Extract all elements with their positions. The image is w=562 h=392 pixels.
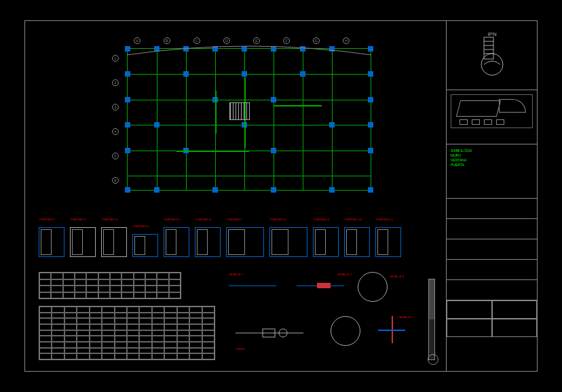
legend-block: SIMBOLOGIA MURO VENTANA PUERTA <box>447 144 537 199</box>
grid-bubble: 1 <box>112 55 119 62</box>
roof-arc <box>127 43 371 56</box>
door-elevation: PUERTA P-2 <box>70 227 96 257</box>
floor-plan[interactable]: A B C D E F G H 1 2 3 4 5 6 <box>107 35 378 197</box>
title-block-grid <box>447 300 537 337</box>
grid-bubble: 4 <box>112 128 119 135</box>
door-elevation: PUERTA P-9 <box>313 227 339 257</box>
ipn-logo-icon: IPN <box>472 32 512 79</box>
door-elevation: PUERTA P-11 <box>375 227 401 257</box>
door-elevation: PUERTA P-6 <box>195 227 221 257</box>
drawing-area[interactable]: A B C D E F G H 1 2 3 4 5 6 <box>25 21 446 371</box>
title-field <box>447 260 537 280</box>
scale-bar <box>428 279 435 360</box>
detail-bubble <box>331 316 360 346</box>
title-field <box>447 280 537 300</box>
door-elevation: PUERTA P-1 <box>39 227 64 257</box>
door-elevation: PUERTA P-4 <box>132 234 158 257</box>
title-block: IPN SIMBOLOGIA MURO VENTANA PUERTA <box>446 21 537 371</box>
svg-text:IPN: IPN <box>487 32 497 37</box>
institution-logo: IPN <box>447 21 537 90</box>
door-elevation: PUERTA P-7 <box>226 227 264 257</box>
grid-bubble: 2 <box>112 79 119 86</box>
door-schedule-row: PUERTA P-1 PUERTA P-2 PUERTA P-3 PUERTA … <box>39 216 432 257</box>
grid-bubble: 6 <box>112 177 119 184</box>
door-elevation: PUERTA P-5 <box>164 227 189 257</box>
drawing-sheet: A B C D E F G H 1 2 3 4 5 6 <box>24 20 538 372</box>
door-schedule-table <box>39 272 181 299</box>
title-field <box>447 239 537 260</box>
grid-bubble: 3 <box>112 104 119 111</box>
stair-icon <box>229 102 250 120</box>
section-detail-icon <box>236 319 310 347</box>
window-schedule-table <box>39 306 215 360</box>
location-map <box>447 90 537 144</box>
title-field <box>447 219 537 239</box>
door-elevation: PUERTA P-8 <box>269 227 307 257</box>
svg-point-8 <box>481 54 503 75</box>
title-field <box>447 199 537 219</box>
plan-outline <box>127 48 371 191</box>
detail-bubble: DETALLE 3 <box>358 272 388 302</box>
schedule-tables <box>39 272 215 367</box>
door-elevation: PUERTA P-3 <box>101 227 127 257</box>
door-elevation: PUERTA P-10 <box>344 227 370 257</box>
grid-bubble: 5 <box>112 153 119 159</box>
detail-section: DETALLE 1 DETALLE 2 DETALLE 3 CORTE DETA… <box>229 279 446 367</box>
